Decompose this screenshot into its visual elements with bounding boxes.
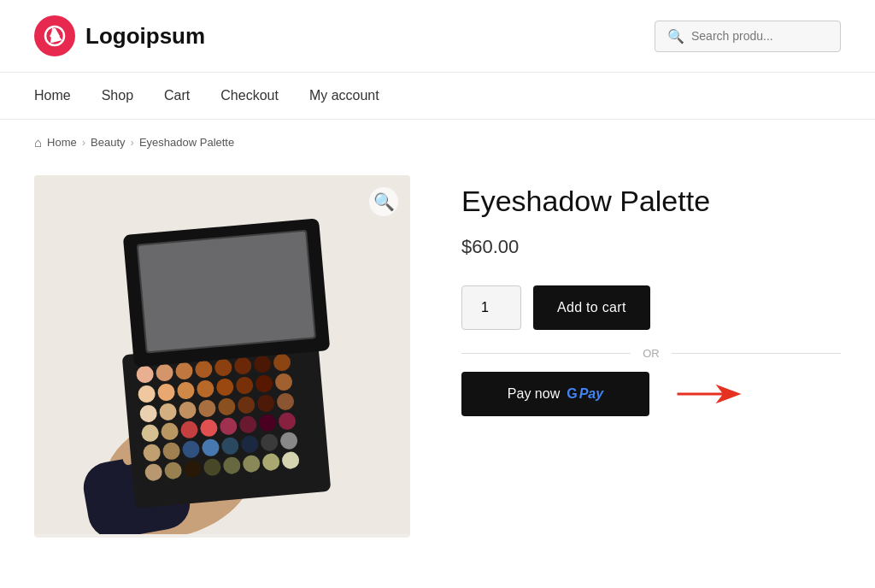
zoom-icon[interactable]: 🔍 <box>369 187 398 216</box>
or-divider: OR <box>461 347 841 360</box>
site-header: Logoipsum 🔍 <box>0 0 875 73</box>
quantity-input[interactable]: 1 <box>461 285 521 330</box>
product-info: Eyeshadow Palette $60.00 1 Add to cart O… <box>461 175 841 416</box>
logo-icon <box>34 15 75 56</box>
breadcrumb-home[interactable]: Home <box>47 136 77 149</box>
nav-checkout[interactable]: Checkout <box>220 88 279 103</box>
add-to-cart-button[interactable]: Add to cart <box>533 285 650 330</box>
breadcrumb-sep-2: › <box>131 136 134 149</box>
product-price: $60.00 <box>461 236 841 258</box>
svg-rect-67 <box>138 232 314 352</box>
nav-home[interactable]: Home <box>34 88 71 103</box>
product-title: Eyeshadow Palette <box>461 184 841 219</box>
nav-my-account[interactable]: My account <box>309 88 379 103</box>
pay-now-row: Pay now GPay <box>461 372 841 416</box>
search-input[interactable] <box>691 29 828 43</box>
svg-marker-68 <box>678 385 742 404</box>
home-icon: ⌂ <box>34 135 42 150</box>
breadcrumb-sep-1: › <box>82 136 85 149</box>
search-box[interactable]: 🔍 <box>655 21 841 52</box>
red-arrow-icon <box>675 381 743 407</box>
search-icon: 🔍 <box>667 28 684 44</box>
pay-now-button[interactable]: Pay now GPay <box>461 372 649 416</box>
product-image-wrap: 🔍 <box>34 175 410 538</box>
or-label: OR <box>643 347 660 360</box>
breadcrumb-current: Eyeshadow Palette <box>139 136 234 149</box>
gpay-logo: GPay <box>567 386 603 402</box>
logo-text: Logoipsum <box>85 23 205 50</box>
main-nav: Home Shop Cart Checkout My account <box>0 73 875 120</box>
arrow-annotation <box>675 381 743 407</box>
logo-area: Logoipsum <box>34 15 205 56</box>
product-image <box>34 175 410 534</box>
product-section: 🔍 <box>0 158 875 572</box>
nav-cart[interactable]: Cart <box>164 88 190 103</box>
pay-now-label: Pay now <box>508 386 560 402</box>
breadcrumb: ⌂ Home › Beauty › Eyeshadow Palette <box>0 120 875 158</box>
nav-shop[interactable]: Shop <box>102 88 133 103</box>
purchase-row: 1 Add to cart <box>461 285 841 330</box>
breadcrumb-beauty[interactable]: Beauty <box>91 136 125 149</box>
